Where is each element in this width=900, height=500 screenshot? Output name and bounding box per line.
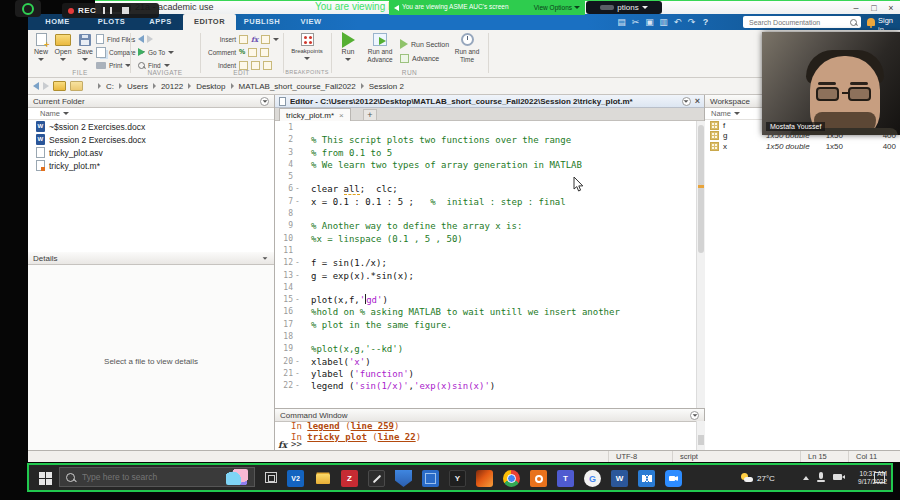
webcam-video[interactable]: Mostafa Youssef (762, 32, 900, 135)
forward-icon[interactable] (43, 82, 49, 90)
save-button[interactable]: Save (74, 32, 96, 62)
news-weather-widget-icon[interactable] (226, 469, 248, 485)
breadcrumb-segment[interactable]: MATLAB_short_course_Fall2022 (239, 82, 356, 91)
run-button[interactable]: Run (336, 32, 360, 62)
google-icon[interactable] (584, 470, 601, 487)
microphone-icon[interactable] (819, 472, 823, 479)
code-line-6[interactable]: 6-clear all; clc; (275, 183, 696, 195)
code-line-12[interactable]: 12-f = sin(1./x); (275, 257, 696, 269)
breadcrumb-segment[interactable]: C: (106, 82, 114, 91)
warning-marker[interactable] (698, 185, 704, 188)
minimize-button[interactable]: – (848, 2, 864, 14)
tray-expand-icon[interactable] (803, 476, 809, 480)
close-button[interactable]: × (883, 2, 899, 14)
scrollbar-thumb[interactable] (698, 125, 704, 253)
code-line-2[interactable]: 2% This script plots two functions over … (275, 134, 696, 146)
command-link[interactable]: line 259 (351, 421, 394, 431)
start-button-icon[interactable] (39, 472, 45, 478)
meeting-indicator[interactable] (15, 0, 41, 17)
code-line-22[interactable]: 22-legend ('sin(1/x)','exp(x)sin(x)') (275, 380, 696, 392)
view-options-button[interactable]: View Options (534, 4, 580, 11)
tab-editor[interactable]: EDITOR (183, 14, 236, 30)
panel-menu-button[interactable] (260, 97, 269, 106)
advance-button[interactable]: Advance (400, 52, 439, 64)
run-and-time-button[interactable]: Run and Time (452, 32, 482, 63)
breadcrumb-segment[interactable]: Session 2 (369, 82, 404, 91)
panel-menu-button[interactable] (690, 411, 699, 420)
windows-security-icon[interactable] (395, 470, 412, 487)
weather-icon[interactable] (741, 473, 753, 483)
code-line-17[interactable]: 17% plot in the same figure. (275, 319, 696, 331)
code-line-13[interactable]: 13-g = exp(x).*sin(x); (275, 270, 696, 282)
maximize-button[interactable]: □ (866, 2, 882, 14)
file-row[interactable]: tricky_plot.asv (28, 146, 274, 159)
zoom-app-icon[interactable] (665, 470, 682, 487)
editor-scrollbar[interactable] (696, 121, 705, 408)
code-line-5[interactable]: 5 (275, 171, 696, 183)
file-row[interactable]: ~$ssion 2 Exercises.docx (28, 120, 274, 133)
word-icon[interactable] (611, 470, 628, 487)
file-explorer-icon[interactable] (314, 470, 331, 487)
code-line-20[interactable]: 20-xlabel('x') (275, 356, 696, 368)
stop-recording-icon[interactable] (122, 7, 129, 14)
open-button[interactable]: Open (52, 32, 74, 62)
scrollbar-thumb[interactable] (698, 435, 704, 445)
new-button[interactable]: New (30, 32, 52, 62)
matlab-icon[interactable] (476, 470, 493, 487)
pause-recording-icon[interactable] (103, 7, 112, 14)
up-folder-icon[interactable] (53, 81, 66, 91)
code-line-4[interactable]: 4% We learn two types of array generatio… (275, 159, 696, 171)
insert-button[interactable]: Insert (208, 33, 279, 45)
variable-row[interactable]: x1x50 double1x50400 (705, 141, 900, 152)
zotero-icon[interactable] (341, 470, 358, 487)
v2-app-icon[interactable] (287, 470, 304, 487)
file-row[interactable]: tricky_plot.m* (28, 159, 274, 172)
run-and-advance-button[interactable]: Run and Advance (364, 32, 396, 63)
editor-close-button[interactable]: × (695, 97, 700, 106)
notification-bell-icon[interactable] (867, 18, 875, 26)
back-icon[interactable] (33, 82, 39, 90)
code-line-10[interactable]: 10%x = linspace (0.1 , 5 , 50) (275, 233, 696, 245)
teams-icon[interactable] (557, 470, 574, 487)
command-prompt[interactable]: >> (291, 439, 302, 449)
code-line-11[interactable]: 11 (275, 245, 696, 257)
code-line-21[interactable]: 21-ylabel ('function') (275, 368, 696, 380)
taskbar-search[interactable] (59, 467, 255, 487)
mail-icon[interactable] (638, 470, 655, 487)
run-section-button[interactable]: Run Section (400, 38, 449, 50)
documentation-search-input[interactable] (747, 18, 847, 27)
comment-button[interactable]: Comment (208, 46, 269, 58)
tab-view[interactable]: VIEW (288, 14, 334, 30)
code-line-7[interactable]: 7-x = 0.1 : 0.1 : 5 ; % initial : step :… (275, 196, 696, 208)
code-line-9[interactable]: 9% Another way to define the array x is: (275, 220, 696, 232)
editor-file-tab[interactable]: tricky_plot.m* × (279, 108, 351, 121)
chrome-icon[interactable] (503, 470, 520, 487)
back-icon[interactable] (138, 35, 144, 43)
paste-icon[interactable] (657, 16, 670, 28)
task-view-icon[interactable] (265, 472, 277, 483)
quick-save-icon[interactable] (615, 16, 628, 28)
cut-icon[interactable] (629, 16, 642, 28)
new-tab-button[interactable]: + (363, 109, 377, 121)
taskbar-search-input[interactable] (80, 471, 221, 483)
redo-icon[interactable] (685, 16, 698, 28)
code-line-14[interactable]: 14 (275, 282, 696, 294)
forward-icon[interactable] (147, 35, 153, 43)
code-line-18[interactable]: 18 (275, 331, 696, 343)
code-line-8[interactable]: 8 (275, 208, 696, 220)
code-line-1[interactable]: 1 (275, 122, 696, 134)
copy-icon[interactable] (643, 16, 656, 28)
breadcrumb-segment[interactable]: 20122 (161, 82, 183, 91)
pen-app-icon[interactable] (368, 470, 385, 487)
command-scrollbar[interactable] (696, 421, 705, 451)
collapse-details-button[interactable] (260, 254, 269, 263)
action-center-icon[interactable] (874, 472, 885, 483)
breakpoints-button[interactable]: Breakpoints (291, 32, 323, 61)
go-to-button[interactable]: Go To (138, 46, 174, 58)
editor-menu-button[interactable] (682, 97, 691, 106)
y-app-icon[interactable] (449, 470, 466, 487)
options-dropdown[interactable]: ptions (586, 1, 662, 14)
command-link[interactable]: line 22 (378, 432, 416, 442)
code-line-15[interactable]: 15-plot(x,f,'gd') (275, 294, 696, 306)
camera-icon[interactable] (833, 474, 842, 480)
